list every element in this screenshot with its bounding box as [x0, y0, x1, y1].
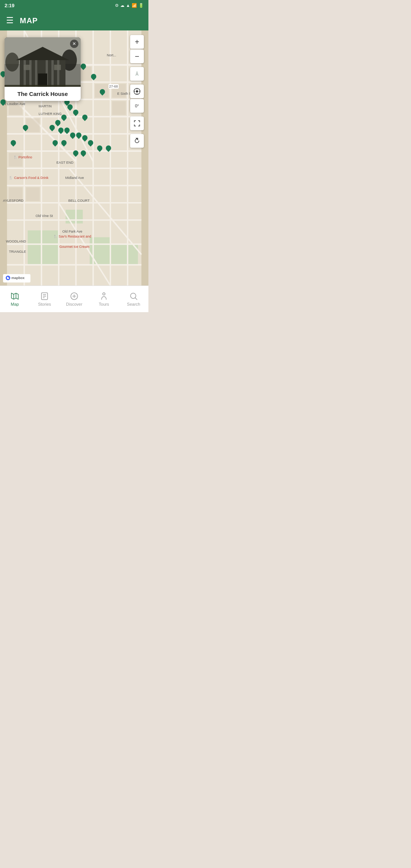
- map-container[interactable]: W Loudon Ave Market St CONSTITUTION MART…: [0, 30, 148, 286]
- map-pin[interactable]: [76, 132, 82, 140]
- svg-rect-4: [65, 210, 83, 223]
- app-header: ☰ MAP: [0, 11, 148, 30]
- map-pin[interactable]: [52, 140, 58, 148]
- svg-point-68: [8, 277, 10, 278]
- svg-marker-70: [11, 293, 18, 299]
- map-pin[interactable]: [10, 140, 16, 148]
- popup-image: [5, 37, 81, 87]
- svg-marker-59: [135, 71, 139, 76]
- stories-nav-icon: [40, 292, 49, 301]
- map-pin[interactable]: [22, 125, 29, 132]
- svg-point-44: [5, 53, 19, 72]
- refresh-icon: [134, 138, 140, 144]
- svg-text:mapbox: mapbox: [11, 276, 25, 280]
- status-icons: ⚙ ☁ ▲ 📶 🔋: [115, 3, 144, 8]
- mapbox-logo-svg: mapbox: [5, 275, 28, 281]
- svg-rect-40: [9, 187, 22, 201]
- nav-label-search: Search: [127, 302, 140, 306]
- svg-rect-41: [26, 187, 40, 201]
- map-pin[interactable]: [61, 140, 67, 148]
- wifi-icon: 📶: [132, 3, 137, 8]
- location-icon: [134, 88, 140, 95]
- map-pin[interactable]: [49, 125, 55, 132]
- svg-rect-54: [38, 73, 47, 87]
- search-nav-icon: [129, 292, 138, 301]
- map-pin[interactable]: [73, 110, 79, 117]
- map-pin[interactable]: [91, 74, 97, 81]
- map-pin[interactable]: [82, 115, 88, 122]
- rotation-button[interactable]: 0°: [130, 99, 144, 113]
- nav-item-tours[interactable]: Tours: [89, 289, 119, 310]
- map-pin[interactable]: [61, 115, 67, 122]
- svg-rect-36: [112, 84, 126, 97]
- svg-rect-50: [35, 60, 37, 87]
- signal-icon: ▲: [126, 3, 130, 8]
- nav-label-tours: Tours: [99, 302, 109, 306]
- settings-icon: ⚙: [115, 3, 119, 8]
- discover-nav-icon: [70, 292, 79, 301]
- map-pin[interactable]: [0, 99, 6, 107]
- zoom-out-button[interactable]: −: [130, 49, 144, 63]
- svg-rect-48: [24, 60, 26, 87]
- tours-nav-icon: [99, 292, 108, 301]
- map-pin[interactable]: [105, 145, 112, 153]
- svg-marker-78: [72, 294, 76, 298]
- svg-point-79: [103, 293, 105, 295]
- svg-rect-56: [54, 65, 61, 70]
- map-pin[interactable]: [97, 145, 103, 153]
- location-button[interactable]: [130, 85, 144, 98]
- svg-line-81: [135, 298, 137, 300]
- map-pin[interactable]: [82, 135, 88, 143]
- map-pin[interactable]: [80, 64, 86, 71]
- popup-card[interactable]: ✕: [5, 37, 81, 101]
- map-pin[interactable]: [99, 89, 105, 97]
- svg-rect-57: [5, 85, 81, 87]
- map-pin[interactable]: [88, 140, 94, 148]
- popup-image-inner: [5, 37, 81, 87]
- menu-icon[interactable]: ☰: [6, 16, 14, 26]
- map-pin[interactable]: [80, 150, 86, 158]
- map-pin[interactable]: [55, 120, 61, 128]
- svg-rect-37: [112, 101, 126, 115]
- status-time: 2:19: [5, 3, 14, 8]
- nav-item-search[interactable]: Search: [119, 289, 148, 310]
- svg-point-80: [131, 293, 136, 298]
- map-pin[interactable]: [67, 104, 73, 112]
- fullscreen-button[interactable]: [130, 116, 144, 130]
- svg-rect-3: [110, 244, 138, 265]
- nav-item-map[interactable]: Map: [0, 289, 30, 310]
- nav-label-discover: Discover: [66, 302, 83, 306]
- house-image-svg: [5, 37, 81, 87]
- map-pin[interactable]: [73, 150, 79, 158]
- header-title: MAP: [20, 16, 38, 25]
- battery-icon: 🔋: [139, 3, 144, 8]
- map-nav-icon: [10, 292, 19, 301]
- status-bar: 2:19 ⚙ ☁ ▲ 📶 🔋: [0, 0, 148, 11]
- svg-rect-34: [9, 101, 22, 115]
- fullscreen-icon: [134, 120, 140, 126]
- nav-item-stories[interactable]: Stories: [30, 289, 59, 310]
- north-button[interactable]: [130, 67, 144, 81]
- map-pin[interactable]: [64, 128, 70, 135]
- popup-title: The Carrick House: [5, 87, 81, 101]
- zoom-in-button[interactable]: +: [130, 35, 144, 49]
- svg-rect-39: [9, 153, 22, 166]
- map-controls: + − 0°: [130, 35, 144, 148]
- refresh-button[interactable]: [130, 134, 144, 148]
- svg-rect-1: [28, 230, 59, 265]
- bottom-navigation: Map Stories Discover Tours Search: [0, 286, 148, 312]
- svg-rect-49: [29, 60, 32, 87]
- nav-label-map: Map: [11, 302, 19, 306]
- north-arrow-icon: [134, 70, 140, 77]
- nav-label-stories: Stories: [38, 302, 51, 306]
- svg-point-61: [136, 90, 138, 93]
- nav-item-discover[interactable]: Discover: [59, 289, 89, 310]
- map-pin[interactable]: [58, 128, 64, 135]
- svg-rect-52: [51, 60, 54, 87]
- svg-rect-55: [24, 65, 30, 70]
- svg-rect-53: [57, 60, 59, 87]
- map-pin[interactable]: [70, 132, 76, 140]
- popup-close-button[interactable]: ✕: [70, 40, 78, 48]
- mapbox-logo: mapbox: [3, 274, 30, 282]
- cloud-icon: ☁: [120, 3, 124, 8]
